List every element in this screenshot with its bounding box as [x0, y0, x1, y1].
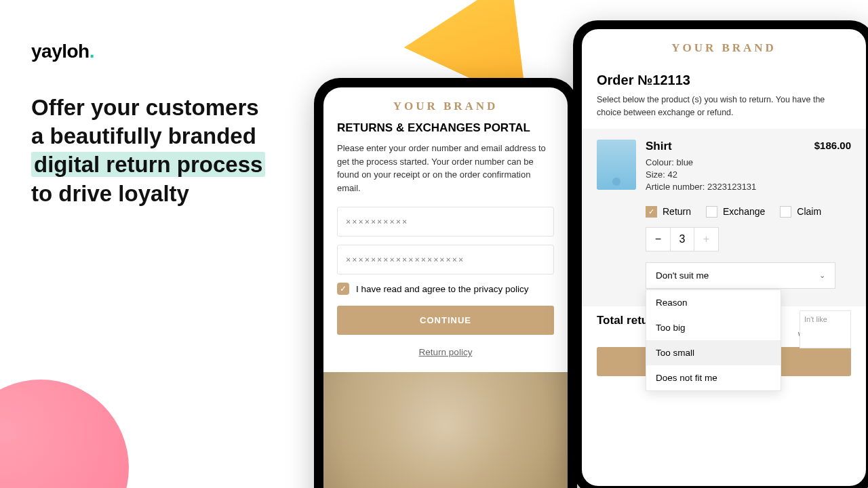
logo-dot-icon: .	[90, 41, 94, 62]
logo-text: yayloh	[31, 41, 90, 62]
comment-input[interactable]: In't like	[800, 310, 851, 348]
product-article: Article number: 2323123131	[646, 182, 851, 192]
phone-mock: YOUR BRAND RETURNS & EXCHANGES PORTAL Pl…	[314, 78, 577, 488]
option-exchange-label: Exchange	[723, 206, 765, 217]
option-claim-label: Claim	[797, 206, 821, 217]
consent-label: I have read and agree to the privacy pol…	[356, 284, 528, 294]
reason-option[interactable]: Too big	[646, 315, 781, 340]
reason-option[interactable]: Too small	[646, 340, 781, 365]
decor-pink-arc	[0, 380, 129, 488]
continue-button[interactable]: CONTINUE	[337, 306, 554, 335]
quantity-stepper: − 3 +	[646, 227, 851, 251]
product-colour: Colour: blue	[646, 157, 851, 167]
headline: Offer your customers a beautifully brand…	[31, 94, 289, 208]
check-icon: ✓	[646, 206, 657, 218]
reason-dropdown: Reason Too big Too small Does not fit me	[646, 289, 781, 391]
stepper-minus[interactable]: −	[646, 227, 670, 251]
product-size: Size: 42	[646, 169, 851, 180]
brand-bar: YOUR BRAND	[582, 29, 866, 63]
headline-highlight: digital return process	[31, 152, 265, 177]
order-title: Order №12113	[597, 73, 851, 88]
stepper-plus[interactable]: +	[694, 227, 719, 251]
brand-bar: YOUR BRAND	[323, 87, 568, 121]
option-claim[interactable]: Claim	[780, 206, 821, 218]
option-return-label: Return	[663, 206, 691, 217]
option-exchange[interactable]: Exchange	[706, 206, 765, 218]
email-input[interactable]: ×××××××××××××××××××	[337, 245, 554, 274]
reason-selected: Don't suit me	[656, 270, 709, 281]
checkbox-empty-icon	[706, 206, 717, 218]
hero-image	[323, 372, 568, 488]
consent-checkbox[interactable]: ✓	[337, 283, 349, 295]
checkbox-empty-icon	[780, 206, 791, 218]
headline-line2: a beautifully branded	[31, 122, 289, 150]
reason-option[interactable]: Does not fit me	[646, 365, 781, 390]
portal-intro: Please enter your order number and email…	[337, 142, 554, 195]
chevron-down-icon: ⌄	[819, 271, 825, 280]
order-number-input[interactable]: ××××××××××	[337, 207, 554, 237]
reason-option[interactable]: Reason	[646, 290, 781, 315]
logo: yayloh.	[31, 41, 289, 62]
tablet-mock: YOUR BRAND Order №12113 Select below the…	[573, 20, 868, 488]
headline-line1: Offer your customers	[31, 94, 289, 122]
portal-title: RETURNS & EXCHANGES PORTAL	[337, 121, 554, 135]
product-price: $186.00	[814, 140, 851, 151]
headline-line4: to drive loyalty	[31, 180, 289, 208]
return-policy-link[interactable]: Return policy	[337, 347, 554, 357]
reason-select[interactable]: Don't suit me ⌄	[646, 262, 835, 289]
product-image	[597, 140, 636, 190]
order-instructions: Select below the product (s) you wish to…	[597, 94, 851, 119]
stepper-value: 3	[670, 227, 694, 251]
product-card: Shirt Colour: blue Size: 42 Article numb…	[582, 129, 866, 306]
option-return[interactable]: ✓ Return	[646, 206, 691, 218]
